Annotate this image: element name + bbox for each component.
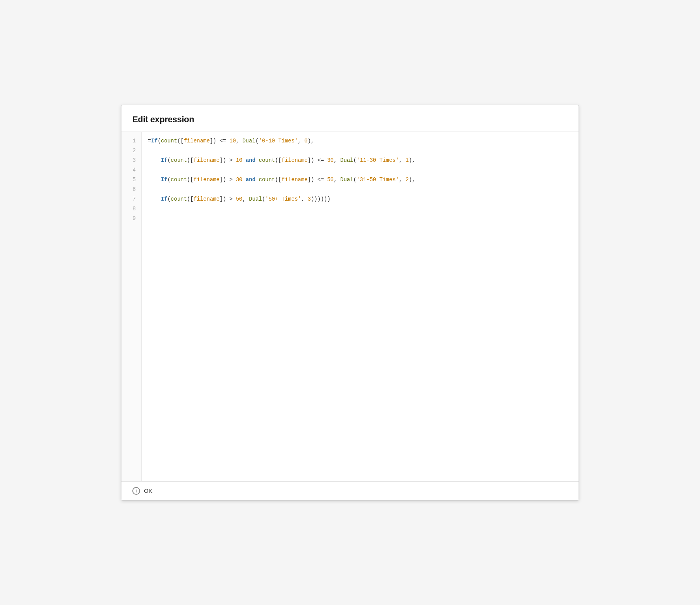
bracket-token: [ xyxy=(180,136,184,146)
paren-token: ) xyxy=(223,175,226,185)
code-editor-area[interactable]: 123456789 =If(count([filename]) <= 10, D… xyxy=(121,132,579,482)
fn-dual-token: Dual xyxy=(243,136,256,146)
operator-token: , xyxy=(236,136,243,146)
operator-token: > xyxy=(226,156,236,165)
paren-token: ( xyxy=(158,136,161,146)
number-token: 50 xyxy=(327,175,334,185)
operator-token: <= xyxy=(216,136,229,146)
bracket-token: ] xyxy=(220,194,223,204)
bracket-token: ] xyxy=(210,136,213,146)
operator-token: , xyxy=(243,194,249,204)
bracket-token: [ xyxy=(278,156,281,165)
operator-token: > xyxy=(226,194,236,204)
line-number: 1 xyxy=(133,137,136,146)
paren-token xyxy=(148,175,161,185)
bracket-token: ] xyxy=(308,175,311,185)
number-token: 1 xyxy=(405,156,409,165)
fn-dual-token: Dual xyxy=(340,175,353,185)
number-token: 3 xyxy=(308,194,311,204)
paren-token: ( xyxy=(187,175,190,185)
bracket-token: ] xyxy=(220,175,223,185)
code-line: If(count([filename]) > 30 and count([fil… xyxy=(148,175,572,185)
paren-token: ( xyxy=(353,175,356,185)
operator-token: , xyxy=(399,156,405,165)
operator-token: > xyxy=(226,175,236,185)
number-token: 0 xyxy=(304,136,307,146)
field-token: filename xyxy=(194,194,220,204)
paren-token: ( xyxy=(187,194,190,204)
operator-token: , xyxy=(334,175,340,185)
dialog-header: Edit expression xyxy=(121,105,579,132)
info-icon: i xyxy=(132,487,140,495)
code-line xyxy=(148,166,572,175)
string-token: '50+ Times' xyxy=(265,194,301,204)
number-token: 10 xyxy=(236,156,243,165)
paren-token: ( xyxy=(275,175,278,185)
paren-token: ) xyxy=(409,175,412,185)
paren-token xyxy=(148,194,161,204)
paren-token: ( xyxy=(262,194,265,204)
paren-token: ) xyxy=(311,175,314,185)
line-number: 7 xyxy=(133,195,136,205)
fn-count-token: count xyxy=(171,175,187,185)
kw-and-token: and xyxy=(246,156,255,165)
paren-token: ) xyxy=(213,136,216,146)
number-token: 30 xyxy=(327,156,334,165)
operator-token: , xyxy=(334,156,340,165)
code-content[interactable]: =If(count([filename]) <= 10, Dual('0-10 … xyxy=(142,132,579,481)
paren-token: ( xyxy=(353,156,356,165)
string-token: '31-50 Times' xyxy=(357,175,399,185)
fn-dual-token: Dual xyxy=(340,156,353,165)
field-token: filename xyxy=(194,175,220,185)
operator-token: , xyxy=(311,136,314,146)
paren-token: ( xyxy=(177,136,180,146)
code-line: =If(count([filename]) <= 10, Dual('0-10 … xyxy=(148,137,572,146)
string-token: '11-30 Times' xyxy=(357,156,399,165)
paren-token: ) xyxy=(311,156,314,165)
kw-if-token: If xyxy=(161,156,168,165)
operator-token xyxy=(255,175,258,185)
code-line: If(count([filename]) > 10 and count([fil… xyxy=(148,156,572,166)
number-token: 10 xyxy=(229,136,236,146)
code-line xyxy=(148,185,572,195)
operator-token: , xyxy=(301,194,308,204)
bracket-token: [ xyxy=(278,175,281,185)
ok-button[interactable]: OK xyxy=(144,487,152,494)
line-number: 6 xyxy=(133,185,136,195)
operator-token: <= xyxy=(314,175,327,185)
fn-count-token: count xyxy=(259,175,275,185)
paren-token: ( xyxy=(167,156,170,165)
code-line xyxy=(148,146,572,156)
number-token: 50 xyxy=(236,194,243,204)
fn-count-token: count xyxy=(171,156,187,165)
paren-token: ( xyxy=(187,156,190,165)
bracket-token: [ xyxy=(190,156,193,165)
paren-token: ( xyxy=(255,136,258,146)
bracket-token: [ xyxy=(190,194,193,204)
kw-if-token: If xyxy=(161,194,168,204)
operator-token: , xyxy=(298,136,305,146)
code-line xyxy=(148,205,572,214)
fn-count-token: count xyxy=(259,156,275,165)
paren-token: ( xyxy=(275,156,278,165)
bracket-token: ] xyxy=(220,156,223,165)
edit-expression-dialog: Edit expression 123456789 =If(count([fil… xyxy=(121,105,579,501)
number-token: 2 xyxy=(405,175,409,185)
code-line: If(count([filename]) > 50, Dual('50+ Tim… xyxy=(148,195,572,205)
string-token: '0-10 Times' xyxy=(259,136,298,146)
code-line xyxy=(148,214,572,224)
line-numbers: 123456789 xyxy=(121,132,142,481)
line-number: 8 xyxy=(133,205,136,214)
field-token: filename xyxy=(194,156,220,165)
kw-if-token: If xyxy=(151,136,158,146)
operator-token xyxy=(243,175,246,185)
line-number: 5 xyxy=(133,175,136,185)
dialog-title: Edit expression xyxy=(132,114,568,125)
kw-and-token: and xyxy=(246,175,255,185)
paren-token: ) xyxy=(223,156,226,165)
bracket-token: ] xyxy=(308,156,311,165)
line-number: 4 xyxy=(133,166,136,175)
line-number: 2 xyxy=(133,146,136,156)
bracket-token: [ xyxy=(190,175,193,185)
operator-token xyxy=(243,156,246,165)
